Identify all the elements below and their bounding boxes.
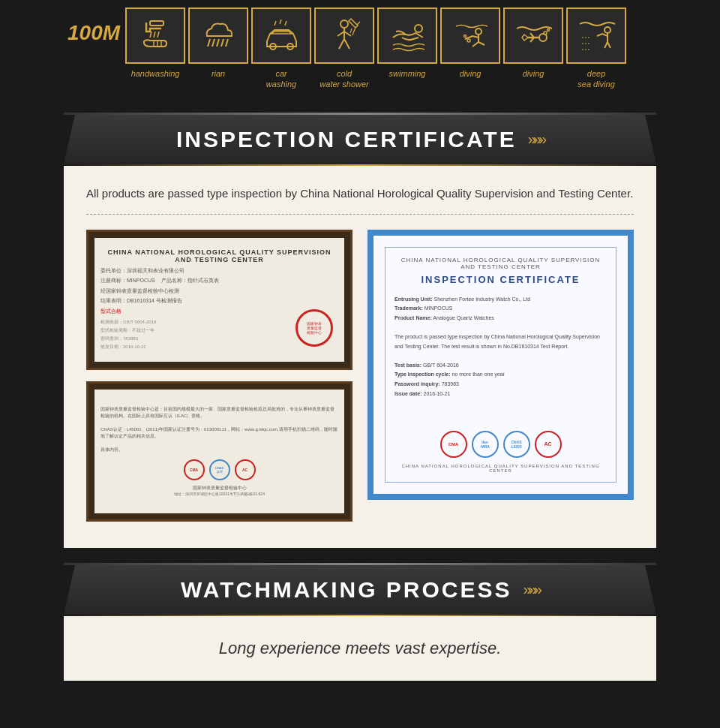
cert-right-footer: CHINA NATIONAL HOROLOGICAL QUALITY SUPER… xyxy=(394,464,607,473)
cert-image-2: 国家钟表质量监督检验中心是：目前国内规模最大的一家、国家质量监督检验检疫总局批准… xyxy=(94,390,344,513)
icon-handwashing: handwashing xyxy=(125,8,185,79)
logo-ac: AC xyxy=(535,431,562,458)
cert-blue-inner: CHINA NATIONAL HOROLOGICAL QUALITY SUPER… xyxy=(385,247,616,483)
svg-line-11 xyxy=(226,39,228,47)
cert-right-header: CHINA NATIONAL HOROLOGICAL QUALITY SUPER… xyxy=(394,257,607,289)
svg-point-17 xyxy=(340,20,348,28)
svg-line-26 xyxy=(352,31,354,35)
svg-line-19 xyxy=(338,32,344,36)
cert-logos-row: CMA ilac·MRA CNASL0203 AC xyxy=(394,431,607,458)
cert1-stamp-text: 国家钟表质量监督检验中心 xyxy=(307,321,322,335)
cert-left-column: CHINA NATIONAL HOROLOGICAL QUALITY SUPER… xyxy=(86,230,352,522)
icon-box-handwashing xyxy=(125,8,185,64)
cert1-title: CHINA NATIONAL HOROLOGICAL QUALITY SUPER… xyxy=(100,248,338,263)
svg-line-7 xyxy=(208,39,210,47)
certificate-body-text: All products are passed type inspection … xyxy=(86,185,634,203)
svg-point-30 xyxy=(464,35,466,38)
cert-right-column: CHINA NATIONAL HOROLOGICAL QUALITY SUPER… xyxy=(368,230,634,522)
svg-line-20 xyxy=(344,32,351,36)
icon-deepseadiving: deepsea diving xyxy=(566,8,626,90)
svg-point-29 xyxy=(467,39,470,42)
svg-line-9 xyxy=(217,39,219,47)
watchmaking-title: WATCHMAKING PROCESS xyxy=(181,577,512,603)
cert-right-bottom: CMA ilac·MRA CNASL0203 AC CHINA NATIONAL… xyxy=(394,431,607,473)
watchmaking-header: WATCHMAKING PROCESS »»» xyxy=(64,565,656,615)
cert1-stamp: 国家钟表质量监督检验中心 xyxy=(296,309,333,347)
cert2-logo-al: AC xyxy=(235,459,256,480)
cert2-logo-cma: CMA xyxy=(184,459,205,480)
inspection-section: INSPECTION CERTIFICATE »»» All products … xyxy=(0,113,720,555)
svg-line-22 xyxy=(344,39,350,49)
icon-box-swimming xyxy=(377,8,437,64)
svg-point-28 xyxy=(476,29,482,35)
cert-blue-frame: CHINA NATIONAL HOROLOGICAL QUALITY SUPER… xyxy=(368,230,634,500)
water-resistance-section: 100M handwashin xyxy=(0,0,720,105)
icon-box-rain xyxy=(188,8,248,64)
icon-label-diving1: diving xyxy=(460,68,482,79)
inspection-header: INSPECTION CERTIFICATE »»» xyxy=(64,115,656,164)
svg-rect-0 xyxy=(150,21,164,26)
watchmaking-content: Long experience meets vast expertise. xyxy=(64,616,656,681)
icon-label-carwashing: carwashing xyxy=(266,68,296,90)
icon-label-diving2: diving xyxy=(523,68,544,79)
icon-box-deepseadiving xyxy=(566,8,626,64)
watchmaking-border-top xyxy=(64,563,656,565)
icon-label-handwashing: handwashing xyxy=(131,68,180,79)
water-resistance-label: 100M xyxy=(68,21,120,45)
svg-line-3 xyxy=(158,32,159,38)
svg-line-8 xyxy=(212,39,214,47)
svg-line-16 xyxy=(285,21,286,26)
logo-cma: CMA xyxy=(440,431,467,458)
icon-rain: rian xyxy=(188,8,248,79)
svg-line-24 xyxy=(350,29,352,33)
icon-carwashing: carwashing xyxy=(251,8,311,90)
icon-label-rain: rian xyxy=(212,68,225,79)
svg-point-32 xyxy=(544,32,547,35)
icon-diving1: diving xyxy=(440,8,500,79)
icon-label-deepseadiving: deepsea diving xyxy=(578,68,615,90)
watchmaking-chevron: »»» xyxy=(524,581,539,598)
icon-box-diving1 xyxy=(440,8,500,64)
svg-line-15 xyxy=(280,20,281,24)
svg-point-27 xyxy=(415,25,422,32)
cert-images-grid: CHINA NATIONAL HOROLOGICAL QUALITY SUPER… xyxy=(86,230,634,522)
cert-image-1: CHINA NATIONAL HOROLOGICAL QUALITY SUPER… xyxy=(94,238,344,362)
icon-shower: coldwater shower xyxy=(314,8,374,90)
svg-line-21 xyxy=(339,39,344,49)
cert-right-subtitle1: CHINA NATIONAL HOROLOGICAL QUALITY SUPER… xyxy=(394,257,607,270)
logo-ilac: ilac·MRA xyxy=(472,431,499,458)
certificate-content: All products are passed type inspection … xyxy=(64,166,656,548)
cert-right-body: Entrusing Unit: Shenzhen Fortee Industry… xyxy=(394,295,607,399)
icons-row: handwashing rian xyxy=(124,8,628,90)
watchmaking-section: WATCHMAKING PROCESS »»» Long experience … xyxy=(0,563,720,688)
svg-point-33 xyxy=(547,29,549,32)
cert2-address: 地址：深圳市罗湖区中心路10001号TCLM建1栋01-624 xyxy=(174,492,265,496)
icon-diving2: diving xyxy=(503,8,563,79)
icon-box-diving2 xyxy=(503,8,563,64)
logo-cnas: CNASL0203 xyxy=(503,431,530,458)
cert-right-main-title: INSPECTION CERTIFICATE xyxy=(394,274,607,285)
cert-frame-1: CHINA NATIONAL HOROLOGICAL QUALITY SUPER… xyxy=(86,230,352,370)
svg-line-2 xyxy=(154,32,155,38)
header-border-top xyxy=(64,113,656,115)
svg-line-23 xyxy=(357,22,360,25)
dashed-divider xyxy=(86,214,634,215)
icon-box-carwashing xyxy=(251,8,311,64)
svg-point-34 xyxy=(604,27,610,33)
cert2-logo-cnas: CNAS认可 xyxy=(209,459,230,480)
cert2-body: 国家钟表质量监督检验中心是：目前国内规模最大的一家、国家质量监督检验检疫总局批准… xyxy=(100,406,338,453)
icon-label-shower: coldwater shower xyxy=(320,68,368,90)
icon-swimming: swimming xyxy=(377,8,437,79)
svg-line-14 xyxy=(274,21,276,26)
icon-label-swimming: swimming xyxy=(389,68,426,79)
inspection-title: INSPECTION CERTIFICATE xyxy=(176,127,517,152)
watchmaking-tagline: Long experience meets vast expertise. xyxy=(86,639,634,658)
inspection-chevron: »»» xyxy=(528,131,544,148)
icon-box-shower xyxy=(314,8,374,64)
cert-frame-2: 国家钟表质量监督检验中心是：目前国内规模最大的一家、国家质量监督检验检疫总局批准… xyxy=(86,381,352,522)
svg-line-10 xyxy=(221,39,224,47)
cert2-bottom-label: 国家钟表质量监督检验中心 xyxy=(193,485,247,492)
